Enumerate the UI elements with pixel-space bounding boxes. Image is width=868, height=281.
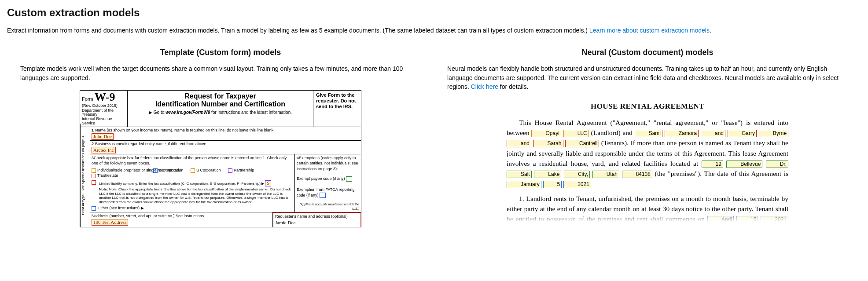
w9-form-word: Form — [82, 96, 93, 102]
w9-goto-url: www.irs.gov/FormW9 — [166, 110, 210, 115]
w9-side-spec: See Specific Instructions on page 3. — [81, 135, 85, 192]
w9-form-preview: Form W-9 (Rev. October 2018) Department … — [80, 90, 361, 227]
w9-row-2: 2Business name/disregarded entity name, … — [90, 141, 361, 154]
page-title: Custom extraction models — [7, 5, 861, 20]
w9-title-line1: Request for Taxpayer — [130, 92, 310, 100]
checkbox-icon — [92, 180, 96, 185]
tag-date: 2021 — [761, 216, 788, 222]
w9-r5-label: Address (number, street, and apt. or sui… — [94, 214, 205, 218]
w9-title-line2: Identification Number and Certification — [130, 100, 310, 108]
w9-opt-a: Individual/sole proprietor or single-mem… — [97, 168, 146, 173]
w9-r4-a: Exemptions (codes apply only to certain … — [297, 156, 358, 171]
checkbox-icon — [92, 206, 96, 211]
tag-date: 2021 — [563, 181, 591, 188]
w9-opt-e: Trust/estate — [97, 173, 118, 178]
template-column: Template (Custom form) models Template m… — [7, 47, 434, 227]
code-box-icon — [320, 193, 326, 198]
learn-more-link[interactable]: Learn more about custom extraction model… — [589, 27, 710, 34]
template-desc: Template models work well when the targe… — [20, 64, 421, 82]
tag-and: and — [701, 130, 725, 137]
lease-para-2: 1. Landlord rents to Tenant, unfurnished… — [507, 193, 788, 223]
w9-opt-d: Partnership — [234, 168, 254, 172]
tag-tenant: Byrne — [759, 130, 788, 137]
w9-r5b-label: Requester's name and address (optional) — [275, 214, 348, 219]
w9-note: Note: Check the appropriate box in the l… — [99, 187, 291, 204]
lease-p1d: (the "premises"). The date of this Agree… — [655, 170, 788, 177]
lease-para-1: This House Rental Agreement ("Agreement,… — [507, 117, 788, 189]
w9-row-3: 3Check appropriate box for federal tax c… — [90, 154, 295, 212]
tag-tenant: Sarah — [533, 140, 563, 147]
lease-preview: HOUSE RENTAL AGREEMENT This House Rental… — [507, 99, 788, 222]
tag-landlord: LLC — [563, 130, 589, 137]
intro-text: Extract information from forms and docum… — [7, 27, 589, 34]
tag-date: 5 — [543, 181, 562, 188]
w9-r4-b: Exempt payee code (if any) — [297, 176, 345, 181]
w9-row-1: 1Name (as shown on your income tax retur… — [90, 127, 361, 141]
checkbox-icon — [92, 174, 96, 178]
tag-address: 84138 — [622, 171, 652, 178]
tag-date: April — [707, 216, 734, 222]
columns: Template (Custom form) models Template m… — [7, 47, 861, 227]
w9-opt-c: S Corporation — [196, 168, 221, 172]
w9-llc-code: S — [265, 180, 271, 186]
w9-goto-prefix: ▶ Go to — [149, 110, 166, 115]
checkbox-icon — [191, 168, 195, 173]
w9-side-instructions: Print or type. See Specific Instructions… — [80, 124, 90, 227]
tag-tenant: Garry — [728, 130, 757, 137]
w9-goto-suffix: for instructions and the latest informat… — [210, 110, 292, 115]
w9-row-4: 4Exemptions (codes apply only to certain… — [295, 154, 361, 212]
tag-date: 15 — [736, 216, 758, 222]
neural-heading: Neural (Custom document) models — [447, 47, 848, 58]
w9-revision: (Rev. October 2018) — [82, 103, 125, 109]
neural-desc-b: for details. — [498, 83, 528, 90]
tag-address: City, — [564, 171, 590, 178]
tag-tenant: Sami — [635, 130, 662, 137]
w9-form-code: W-9 — [95, 91, 115, 103]
click-here-link[interactable]: Click here — [471, 83, 498, 90]
neural-desc: Neural models can flexibly handle both s… — [447, 64, 848, 91]
tag-address: Salt — [507, 171, 532, 178]
code-box-icon — [346, 176, 352, 182]
w9-requester: Requester's name and address (optional) … — [273, 212, 361, 227]
w9-llc-label: Limited liability company. Enter the tax… — [99, 182, 264, 186]
tag-address: Bellevue — [726, 161, 762, 168]
w9-give-form: Give Form to the requester. Do not send … — [313, 91, 361, 127]
checkbox-icon — [92, 168, 96, 173]
w9-row-5: 5Address (number, street, and apt. or su… — [90, 212, 273, 227]
tag-address: 19 — [702, 161, 723, 168]
tag-tenant: Cantrell — [565, 140, 599, 147]
w9-r4-d: (Applies to accounts maintained outside … — [297, 202, 359, 211]
tag-tenant: Zamora — [665, 130, 699, 137]
tag-address: Dr. — [766, 161, 788, 168]
tag-landlord: Opayi — [531, 130, 561, 137]
w9-r1-label: Name (as shown on your income tax return… — [95, 128, 275, 132]
tag-address: Lake — [534, 171, 561, 178]
intro-paragraph: Extract information from forms and docum… — [7, 26, 861, 35]
w9-r2-label: Business name/disregarded entity name, i… — [95, 142, 206, 146]
lease-title: HOUSE RENTAL AGREEMENT — [507, 101, 788, 112]
w9-r5-value: 100 Test Address — [92, 219, 128, 226]
w9-r5b-value: Jamie Doe — [275, 220, 296, 225]
tag-date: January — [507, 181, 541, 188]
w9-opt-b: C Corporation — [159, 168, 184, 172]
w9-side-print: Print or type. — [81, 193, 85, 215]
checkbox-icon — [228, 168, 232, 173]
w9-r1-value: John Doe — [92, 133, 114, 140]
w9-goto: ▶ Go to www.irs.gov/FormW9 for instructi… — [130, 109, 310, 116]
template-heading: Template (Custom form) models — [20, 47, 421, 58]
w9-r2-value: Arctex Inc — [92, 147, 116, 153]
w9-r3-label: Check appropriate box for federal tax cl… — [92, 156, 287, 166]
tag-and: and — [507, 140, 531, 147]
lease-p1b: (Landlord) and — [591, 129, 635, 136]
neural-column: Neural (Custom document) models Neural m… — [434, 47, 861, 222]
intro-period: . — [710, 27, 711, 34]
w9-other: Other (see instructions) ▶ — [99, 206, 144, 210]
lease-p2a: 1. Landlord rents to Tenant, unfurnished… — [507, 195, 788, 223]
w9-dept-1: Department of the Treasury — [82, 109, 125, 117]
checkbox-icon — [153, 168, 158, 173]
tag-address: Utah — [592, 171, 619, 178]
